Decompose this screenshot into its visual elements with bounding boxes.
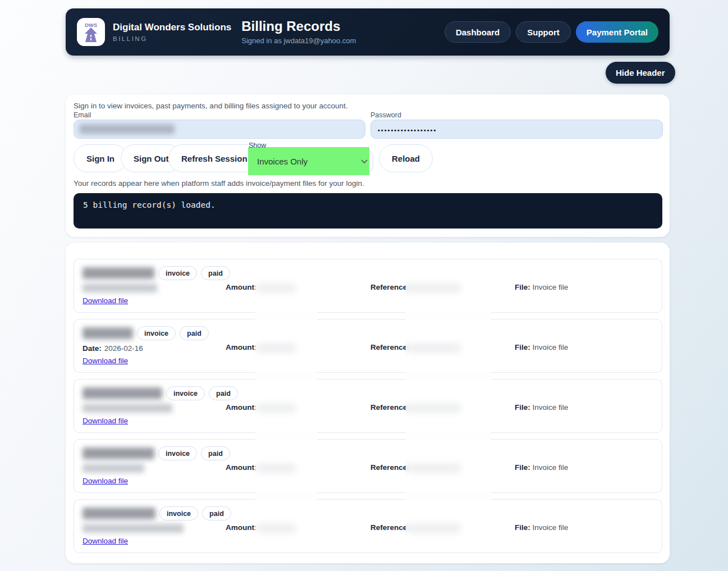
status-badge: paid <box>202 506 231 520</box>
reference-field: Reference: <box>370 343 410 351</box>
sign-in-button[interactable]: Sign In <box>74 144 127 172</box>
file-field: File: Invoice file <box>515 523 568 532</box>
password-label: Password <box>370 111 401 119</box>
billing-records-panel: invoice paid Download file Amount: Refer… <box>66 243 670 563</box>
reference-field: Reference: <box>370 523 410 532</box>
nav-support-button[interactable]: Support <box>516 21 571 43</box>
company-name: Digital Wonders Solutions <box>113 22 231 33</box>
reference-redacted-value <box>409 284 460 293</box>
email-label: Email <box>74 111 91 119</box>
reference-redacted-value <box>409 524 460 533</box>
file-field: File: Invoice file <box>515 403 568 412</box>
type-badge: invoice <box>159 506 198 520</box>
download-file-link[interactable]: Download file <box>83 417 128 425</box>
app-header: DWS Digital Wonders Solutions BILLING Bi… <box>66 8 670 56</box>
amount-field: Amount: <box>226 523 257 532</box>
company-division: BILLING <box>113 35 231 42</box>
status-badge: paid <box>209 386 238 400</box>
record-title-redacted <box>83 387 162 399</box>
type-badge: invoice <box>166 386 205 400</box>
amount-field: Amount: <box>226 283 257 291</box>
file-field: File: Invoice file <box>515 463 568 472</box>
record-title-redacted <box>83 267 154 279</box>
status-console: 5 billing record(s) loaded. <box>74 193 662 229</box>
nav-dashboard-button[interactable]: Dashboard <box>445 21 511 43</box>
record-title-redacted <box>83 447 154 459</box>
show-filter-selected-value: Invoices Only <box>257 157 308 166</box>
file-field: File: Invoice file <box>515 343 568 351</box>
nav-payment-portal-button[interactable]: Payment Portal <box>576 21 658 43</box>
type-badge: invoice <box>158 266 197 280</box>
signin-intro: Sign in to view invoices, past payments,… <box>74 102 348 110</box>
amount-redacted-value <box>258 404 295 413</box>
records-helper-text: Your records appear here when platform s… <box>74 179 364 188</box>
status-badge: paid <box>201 266 230 280</box>
reference-redacted-value <box>409 464 460 473</box>
status-badge: paid <box>201 446 230 460</box>
reference-field: Reference: <box>370 463 410 472</box>
download-file-link[interactable]: Download file <box>83 537 128 545</box>
file-field: File: Invoice file <box>515 283 568 291</box>
svg-text:DWS: DWS <box>85 22 97 28</box>
amount-redacted-value <box>258 464 295 473</box>
show-filter-select[interactable]: Invoices Only <box>249 150 373 172</box>
type-badge: invoice <box>158 446 197 460</box>
company-logo: DWS <box>77 18 105 46</box>
reload-button[interactable]: Reload <box>379 144 433 172</box>
header-nav: Dashboard Support Payment Portal <box>445 21 658 43</box>
chevron-down-icon <box>361 156 368 166</box>
download-file-link[interactable]: Download file <box>83 477 128 485</box>
amount-redacted-value <box>258 284 295 293</box>
amount-redacted-value <box>258 344 295 353</box>
password-input[interactable] <box>370 120 663 139</box>
show-filter-group: Show Invoices Only <box>249 141 373 172</box>
billing-record-card: invoice paid Download file Amount: Refer… <box>74 379 662 433</box>
record-date-redacted <box>83 404 172 413</box>
billing-record-card: invoice paid Download file Amount: Refer… <box>74 499 662 553</box>
billing-record-card: invoice paid Download file Amount: Refer… <box>74 259 662 313</box>
download-file-link[interactable]: Download file <box>83 357 128 365</box>
reference-field: Reference: <box>370 283 410 291</box>
signin-panel: Sign in to view invoices, past payments,… <box>66 94 670 237</box>
status-badge: paid <box>180 326 209 340</box>
refresh-session-button[interactable]: Refresh Session <box>168 144 260 172</box>
dws-road-icon: DWS <box>80 21 102 43</box>
amount-field: Amount: <box>226 463 257 472</box>
type-badge: invoice <box>137 326 176 340</box>
record-title-redacted <box>83 508 155 519</box>
record-date-redacted <box>83 284 157 293</box>
record-date: Date:2026-02-16 <box>83 343 143 353</box>
billing-record-card: invoice paid Download file Amount: Refer… <box>74 439 662 493</box>
reference-redacted-value <box>409 404 460 413</box>
reference-redacted-value <box>409 344 460 353</box>
signed-in-status: Signed in as jwdata19@yahoo.com <box>241 36 356 45</box>
hide-header-button[interactable]: Hide Header <box>606 62 675 84</box>
amount-field: Amount: <box>226 343 257 351</box>
amount-field: Amount: <box>226 403 257 412</box>
page-title: Billing Records <box>241 19 356 34</box>
record-date-redacted <box>83 524 184 533</box>
record-title-redacted <box>83 327 133 339</box>
amount-redacted-value <box>258 524 295 533</box>
email-redacted-value <box>79 124 175 134</box>
show-label: Show <box>249 141 373 149</box>
download-file-link[interactable]: Download file <box>83 296 128 305</box>
billing-record-card: invoice paid Date:2026-02-16 Download fi… <box>74 319 662 373</box>
record-date-redacted <box>83 464 144 473</box>
reference-field: Reference: <box>370 403 410 412</box>
